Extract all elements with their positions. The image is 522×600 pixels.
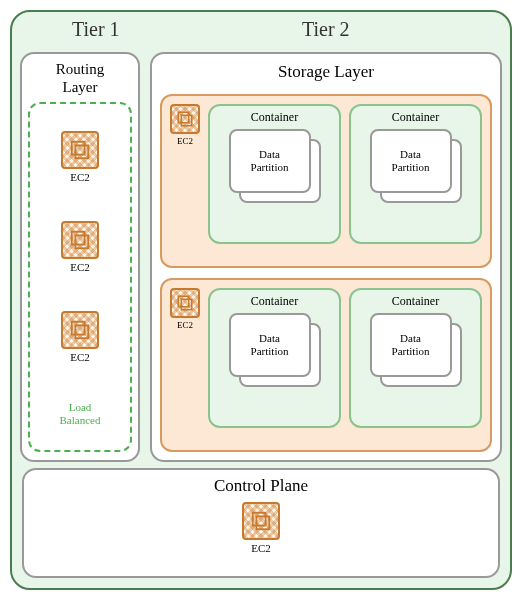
host-ec2-instance: EC2 [170, 288, 200, 330]
routing-title-line2: Layer [63, 79, 98, 95]
ec2-label: EC2 [177, 136, 193, 146]
svg-rect-2 [72, 232, 85, 245]
partition-line2: Partition [392, 161, 430, 173]
container-title: Container [392, 110, 439, 125]
partition-line1: Data [400, 332, 421, 344]
routing-ec2-instance: EC2 [61, 311, 99, 363]
storage-host: EC2 Container DataPartition Container [160, 278, 492, 452]
storage-title: Storage Layer [160, 62, 492, 82]
host-ec2-instance: EC2 [170, 104, 200, 146]
storage-layer-box: Storage Layer EC2 Container DataPartitio… [150, 52, 502, 462]
ec2-label: EC2 [70, 261, 90, 273]
svg-rect-7 [181, 115, 192, 126]
ec2-label: EC2 [251, 542, 271, 554]
control-plane-title: Control Plane [214, 476, 308, 496]
ec2-label: EC2 [177, 320, 193, 330]
svg-rect-1 [75, 145, 88, 158]
container-title: Container [251, 294, 298, 309]
tier2-label: Tier 2 [302, 18, 350, 41]
architecture-diagram: Tier 1 Tier 2 Routing Layer EC2 [10, 10, 512, 590]
container-box: Container DataPartition [208, 104, 341, 244]
ec2-label: EC2 [70, 351, 90, 363]
ec2-icon [242, 502, 280, 540]
ec2-icon [61, 221, 99, 259]
ec2-icon [61, 311, 99, 349]
ec2-icon [170, 288, 200, 318]
partition-stack: DataPartition [229, 129, 321, 209]
svg-rect-3 [75, 235, 88, 248]
partition-line1: Data [400, 148, 421, 160]
svg-rect-6 [178, 112, 189, 123]
container-box: Container DataPartition [349, 288, 482, 428]
routing-title-line1: Routing [56, 61, 104, 77]
routing-ec2-instance: EC2 [61, 221, 99, 273]
partition-line1: Data [259, 148, 280, 160]
load-balanced-group: EC2 EC2 EC2 Load Balanced [28, 102, 132, 452]
svg-rect-5 [75, 325, 88, 338]
svg-rect-0 [72, 142, 85, 155]
container-title: Container [251, 110, 298, 125]
routing-layer-box: Routing Layer EC2 EC2 [20, 52, 140, 462]
partition-card-front: DataPartition [229, 313, 311, 377]
main-columns: Routing Layer EC2 EC2 [20, 52, 502, 462]
ec2-icon [61, 131, 99, 169]
svg-rect-11 [256, 516, 269, 529]
partition-line1: Data [259, 332, 280, 344]
lb-line1: Load [69, 401, 92, 413]
container-title: Container [392, 294, 439, 309]
partition-stack: DataPartition [229, 313, 321, 393]
partition-card-front: DataPartition [370, 313, 452, 377]
ec2-icon [170, 104, 200, 134]
svg-rect-4 [72, 322, 85, 335]
svg-rect-8 [178, 296, 189, 307]
lb-line2: Balanced [60, 414, 101, 426]
svg-rect-10 [253, 513, 266, 526]
ec2-label: EC2 [70, 171, 90, 183]
routing-title: Routing Layer [28, 60, 132, 96]
svg-rect-9 [181, 299, 192, 310]
control-plane-box: Control Plane EC2 [22, 468, 500, 578]
tier1-label: Tier 1 [72, 18, 120, 41]
storage-host: EC2 Container DataPartition Container [160, 94, 492, 268]
load-balanced-label: Load Balanced [60, 401, 101, 427]
partition-card-front: DataPartition [370, 129, 452, 193]
partition-card-front: DataPartition [229, 129, 311, 193]
routing-ec2-instance: EC2 [61, 131, 99, 183]
partition-line2: Partition [392, 345, 430, 357]
partition-line2: Partition [251, 161, 289, 173]
control-plane-ec2-instance: EC2 [242, 502, 280, 554]
partition-stack: DataPartition [370, 129, 462, 209]
container-box: Container DataPartition [208, 288, 341, 428]
partition-line2: Partition [251, 345, 289, 357]
container-box: Container DataPartition [349, 104, 482, 244]
partition-stack: DataPartition [370, 313, 462, 393]
